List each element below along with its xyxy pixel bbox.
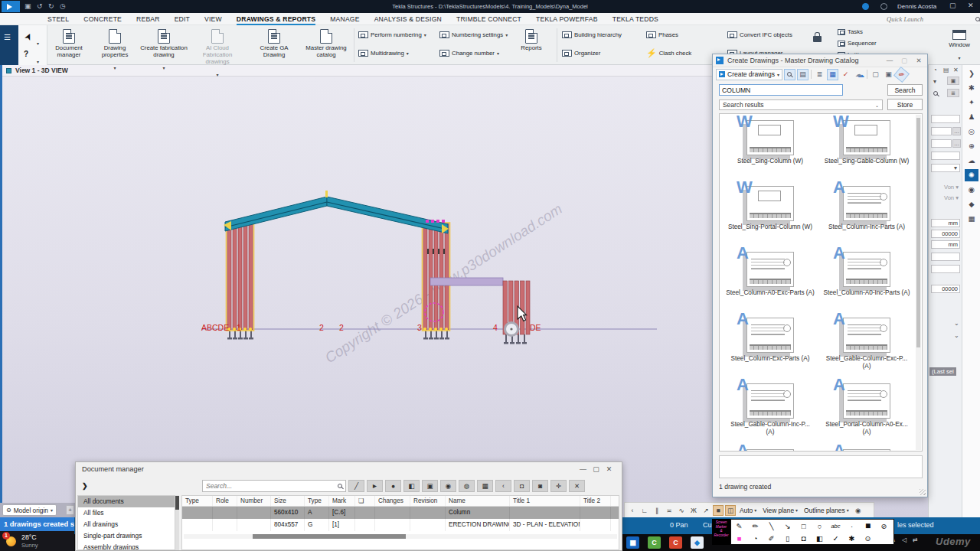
- snap-lines-icon[interactable]: ◫: [725, 505, 736, 516]
- tab-view[interactable]: VIEW: [204, 13, 222, 25]
- app-logo-icon[interactable]: [2, 1, 20, 12]
- snap-perpendicular-icon[interactable]: ∟: [639, 507, 650, 514]
- perform-numbering-button[interactable]: Perform numbering ▾: [358, 30, 426, 40]
- clouds-icon[interactable]: ☁: [853, 69, 864, 80]
- building-hierarchy-button[interactable]: Building hierarchy: [562, 30, 622, 40]
- grid-view-icon[interactable]: ▦: [827, 69, 838, 80]
- collaborate-icon[interactable]: ♟: [965, 111, 978, 123]
- collapse-button[interactable]: ‹: [495, 480, 511, 492]
- cloud-icon[interactable]: ☁: [965, 155, 978, 167]
- resize-grip[interactable]: [920, 489, 926, 495]
- settings-gear-icon[interactable]: ✺: [965, 169, 978, 181]
- search-mode-icon[interactable]: [784, 69, 795, 80]
- create-drawings-button[interactable]: Create drawings ▾: [716, 69, 782, 80]
- 3d-scene[interactable]: Copyright © 2026 - www.p30download.com: [0, 77, 712, 505]
- spellcheck-icon[interactable]: ✓: [840, 69, 851, 80]
- preview-button[interactable]: ◍: [459, 480, 475, 492]
- freeze-button[interactable]: ✛: [550, 480, 567, 492]
- catalog-search-input[interactable]: [719, 84, 843, 96]
- col-title1[interactable]: Title 1: [510, 496, 580, 506]
- docmgr-search-input[interactable]: [206, 482, 338, 490]
- copy-template-icon[interactable]: ▣: [883, 69, 894, 80]
- maximize-button[interactable]: ▢: [899, 57, 910, 64]
- quick-launch[interactable]: [887, 14, 977, 24]
- tab-steel[interactable]: STEEL: [47, 13, 69, 25]
- col-revision[interactable]: Revision: [410, 496, 446, 506]
- roof-rafters[interactable]: [224, 191, 449, 233]
- col-role[interactable]: Role: [213, 496, 237, 506]
- panel-field[interactable]: [931, 265, 960, 273]
- camtasia-icon[interactable]: C: [648, 536, 661, 549]
- clash-check-button[interactable]: ⚡ Clash check: [646, 48, 691, 58]
- ellipse-tool-icon[interactable]: ○: [812, 520, 828, 532]
- clone-button[interactable]: ◧: [403, 480, 420, 492]
- von-dropdown[interactable]: Von ▾: [944, 194, 959, 201]
- no-draw-icon[interactable]: ⊘: [876, 520, 892, 532]
- grid-view-button[interactable]: ▦: [477, 480, 493, 492]
- col-type2[interactable]: Type: [305, 496, 329, 506]
- model-icon[interactable]: ◆: [965, 198, 978, 210]
- maximize-button[interactable]: ▢: [590, 465, 603, 473]
- template-item[interactable]: W Steel_Sing-Portal-Column (W): [724, 181, 816, 231]
- select-arrow-caret[interactable]: ▾: [37, 34, 39, 48]
- tab-trimble-connect[interactable]: TRIMBLE CONNECT: [456, 13, 521, 25]
- table-hscrollbar[interactable]: [184, 534, 617, 539]
- table-row[interactable]: 560x410 A [C.6] Column: [182, 507, 619, 519]
- docmgr-titlebar[interactable]: Document manager — ▢ ✕: [76, 462, 622, 476]
- update-button[interactable]: ▣: [422, 480, 438, 492]
- new-template-icon[interactable]: ▢: [870, 69, 881, 80]
- template-item[interactable]: A Steel_Gable-Column-Inc-P... (A): [724, 379, 816, 436]
- col-title2[interactable]: Title 2: [580, 496, 611, 506]
- web-icon[interactable]: ⊕: [965, 140, 978, 152]
- settings-icon[interactable]: ✱: [844, 532, 860, 544]
- recorder-icon[interactable]: C: [669, 536, 682, 549]
- rectangle-tool-icon[interactable]: □: [795, 520, 812, 532]
- redo-icon[interactable]: ↻: [48, 2, 54, 11]
- template-item[interactable]: A Steel_Column-A0-Exc-Parts (A): [724, 247, 816, 297]
- col-mark[interactable]: Mark: [329, 496, 355, 506]
- col-number[interactable]: Number: [237, 496, 271, 506]
- list-view-icon[interactable]: ≣: [814, 69, 825, 80]
- tab-edit[interactable]: EDIT: [175, 13, 190, 25]
- drawings-created-toast[interactable]: 1 drawings created s: [0, 517, 74, 531]
- taskbar-app-icon[interactable]: ▦: [626, 536, 639, 549]
- panel-search-icon[interactable]: [933, 90, 938, 97]
- help-bubble-icon[interactable]: [862, 3, 869, 10]
- trash-icon[interactable]: ▯: [779, 532, 795, 544]
- selected-templates-area[interactable]: [719, 455, 923, 478]
- volume-icon[interactable]: ◁: [902, 536, 906, 543]
- campus-icon[interactable]: ✦: [965, 96, 978, 109]
- check-icon[interactable]: ✓: [828, 532, 844, 544]
- mm-field[interactable]: mm: [931, 240, 960, 249]
- color-swatch-pink[interactable]: ■: [731, 532, 747, 544]
- von-dropdown[interactable]: Von ▾: [944, 184, 959, 191]
- column-group-left[interactable]: [227, 223, 254, 331]
- minimize-button[interactable]: —: [577, 465, 590, 473]
- tab-rebar[interactable]: REBAR: [136, 13, 160, 25]
- category-assembly[interactable]: Assembly drawings: [78, 542, 175, 550]
- inquire-caret[interactable]: ▾: [37, 53, 39, 67]
- arrow-tool-icon[interactable]: ↘: [779, 520, 795, 532]
- snap-depth-dropdown[interactable]: Auto▾: [737, 507, 759, 514]
- category-all-documents[interactable]: All documents: [78, 496, 175, 507]
- category-single-part[interactable]: Single-part drawings: [78, 530, 175, 542]
- list-scrollbar[interactable]: [916, 115, 921, 450]
- feedback-icon[interactable]: ✱: [965, 82, 978, 94]
- document-manager-button[interactable]: Document manager: [44, 28, 93, 64]
- template-list[interactable]: W Steel_Sing-Column (W) W Steel_Sing-Gab…: [719, 113, 923, 452]
- crane-beam[interactable]: [430, 278, 503, 285]
- panel-field[interactable]: [931, 253, 960, 261]
- snap-ortho-icon[interactable]: Ж: [688, 507, 699, 514]
- col-flag[interactable]: ❏: [355, 496, 375, 506]
- collapse-pane-icon[interactable]: ❯: [965, 67, 978, 80]
- timer-icon[interactable]: ◔: [747, 532, 763, 544]
- template-item[interactable]: W Steel_Sing-Column (W): [724, 116, 816, 165]
- unfreeze-button[interactable]: ✕: [569, 480, 585, 492]
- template-item[interactable]: A: [724, 445, 816, 452]
- master-drawing-catalog-button[interactable]: Master drawing catalog: [302, 28, 351, 64]
- template-item[interactable]: A Steel_Column-A0-Inc-Parts (A): [821, 247, 913, 297]
- tab-tekla-powerfab[interactable]: TEKLA POWERFAB: [536, 13, 598, 25]
- snapshot-button[interactable]: ●: [385, 480, 401, 492]
- browse-button[interactable]: …: [952, 127, 961, 135]
- menu-icon[interactable]: ☰: [4, 33, 11, 41]
